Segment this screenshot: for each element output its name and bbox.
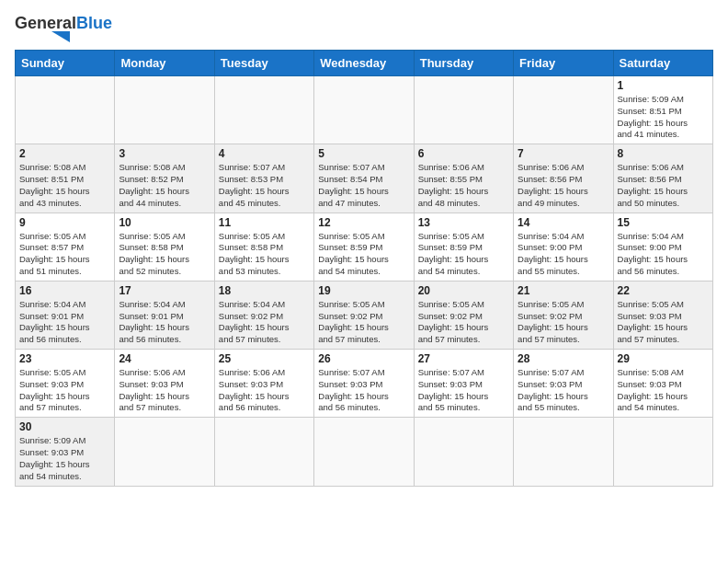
- calendar-cell: 15Sunrise: 5:04 AM Sunset: 9:00 PM Dayli…: [613, 213, 712, 281]
- calendar-cell: [414, 418, 513, 486]
- day-number: 22: [618, 284, 709, 297]
- day-number: 21: [518, 284, 609, 297]
- day-info: Sunrise: 5:08 AM Sunset: 9:03 PM Dayligh…: [618, 367, 709, 414]
- day-number: 1: [618, 79, 709, 92]
- day-number: 28: [518, 352, 609, 365]
- calendar-cell: 3Sunrise: 5:08 AM Sunset: 8:52 PM Daylig…: [115, 144, 214, 213]
- day-number: 11: [219, 216, 310, 229]
- day-number: 9: [19, 216, 110, 229]
- day-info: Sunrise: 5:05 AM Sunset: 9:02 PM Dayligh…: [418, 299, 509, 346]
- calendar-cell: 2Sunrise: 5:08 AM Sunset: 8:51 PM Daylig…: [16, 144, 115, 213]
- day-number: 29: [618, 352, 709, 365]
- calendar-cell: [613, 418, 712, 486]
- day-info: Sunrise: 5:09 AM Sunset: 8:51 PM Dayligh…: [618, 94, 709, 141]
- weekday-header-friday: Friday: [514, 51, 613, 76]
- day-number: 15: [618, 216, 709, 229]
- day-info: Sunrise: 5:06 AM Sunset: 8:56 PM Dayligh…: [618, 162, 709, 209]
- day-number: 6: [418, 147, 509, 160]
- day-number: 30: [19, 420, 110, 433]
- day-number: 27: [418, 352, 509, 365]
- calendar-cell: 9Sunrise: 5:05 AM Sunset: 8:57 PM Daylig…: [16, 213, 115, 281]
- calendar-cell: [414, 76, 513, 144]
- calendar-cell: 30Sunrise: 5:09 AM Sunset: 9:03 PM Dayli…: [16, 418, 115, 486]
- calendar-cell: [214, 418, 313, 486]
- calendar-cell: 23Sunrise: 5:05 AM Sunset: 9:03 PM Dayli…: [16, 350, 115, 418]
- day-number: 4: [219, 147, 310, 160]
- day-number: 10: [119, 216, 210, 229]
- calendar-cell: 18Sunrise: 5:04 AM Sunset: 9:02 PM Dayli…: [214, 281, 313, 349]
- day-info: Sunrise: 5:06 AM Sunset: 9:03 PM Dayligh…: [119, 367, 210, 414]
- day-number: 8: [618, 147, 709, 160]
- day-number: 25: [219, 352, 310, 365]
- week-row-1: 1Sunrise: 5:09 AM Sunset: 8:51 PM Daylig…: [16, 76, 713, 144]
- day-info: Sunrise: 5:05 AM Sunset: 9:02 PM Dayligh…: [518, 299, 609, 346]
- day-info: Sunrise: 5:06 AM Sunset: 8:56 PM Dayligh…: [518, 162, 609, 209]
- day-info: Sunrise: 5:05 AM Sunset: 8:58 PM Dayligh…: [119, 231, 210, 278]
- day-number: 16: [19, 284, 110, 297]
- calendar-cell: 13Sunrise: 5:05 AM Sunset: 8:59 PM Dayli…: [414, 213, 513, 281]
- calendar-cell: [314, 76, 414, 144]
- calendar-cell: [514, 418, 613, 486]
- calendar-cell: 25Sunrise: 5:06 AM Sunset: 9:03 PM Dayli…: [214, 350, 313, 418]
- day-info: Sunrise: 5:05 AM Sunset: 9:03 PM Dayligh…: [618, 299, 709, 346]
- day-info: Sunrise: 5:07 AM Sunset: 8:53 PM Dayligh…: [219, 162, 310, 209]
- calendar-cell: 14Sunrise: 5:04 AM Sunset: 9:00 PM Dayli…: [514, 213, 613, 281]
- calendar-table: SundayMondayTuesdayWednesdayThursdayFrid…: [15, 50, 713, 487]
- day-info: Sunrise: 5:07 AM Sunset: 9:03 PM Dayligh…: [318, 367, 409, 414]
- calendar-cell: 17Sunrise: 5:04 AM Sunset: 9:01 PM Dayli…: [115, 281, 214, 349]
- day-number: 24: [119, 352, 210, 365]
- calendar-cell: 22Sunrise: 5:05 AM Sunset: 9:03 PM Dayli…: [613, 281, 712, 349]
- day-info: Sunrise: 5:08 AM Sunset: 8:51 PM Dayligh…: [19, 162, 110, 209]
- calendar-cell: 29Sunrise: 5:08 AM Sunset: 9:03 PM Dayli…: [613, 350, 712, 418]
- calendar-cell: [115, 76, 214, 144]
- calendar-cell: [514, 76, 613, 144]
- day-number: 23: [19, 352, 110, 365]
- calendar-cell: 27Sunrise: 5:07 AM Sunset: 9:03 PM Dayli…: [414, 350, 513, 418]
- logo-blue-text: Blue: [76, 15, 112, 31]
- day-number: 26: [318, 352, 409, 365]
- calendar-cell: 28Sunrise: 5:07 AM Sunset: 9:03 PM Dayli…: [514, 350, 613, 418]
- day-number: 2: [19, 147, 110, 160]
- week-row-5: 23Sunrise: 5:05 AM Sunset: 9:03 PM Dayli…: [16, 350, 713, 418]
- day-number: 5: [318, 147, 409, 160]
- day-info: Sunrise: 5:04 AM Sunset: 9:01 PM Dayligh…: [119, 299, 210, 346]
- calendar-cell: [214, 76, 313, 144]
- day-info: Sunrise: 5:04 AM Sunset: 9:00 PM Dayligh…: [618, 231, 709, 278]
- day-info: Sunrise: 5:07 AM Sunset: 8:54 PM Dayligh…: [318, 162, 409, 209]
- day-info: Sunrise: 5:07 AM Sunset: 9:03 PM Dayligh…: [418, 367, 509, 414]
- weekday-header-thursday: Thursday: [414, 51, 513, 76]
- day-info: Sunrise: 5:04 AM Sunset: 9:02 PM Dayligh…: [219, 299, 310, 346]
- calendar-cell: 16Sunrise: 5:04 AM Sunset: 9:01 PM Dayli…: [16, 281, 115, 349]
- day-info: Sunrise: 5:05 AM Sunset: 8:57 PM Dayligh…: [19, 231, 110, 278]
- calendar-cell: 5Sunrise: 5:07 AM Sunset: 8:54 PM Daylig…: [314, 144, 414, 213]
- day-info: Sunrise: 5:05 AM Sunset: 8:58 PM Dayligh…: [219, 231, 310, 278]
- header: General Blue: [15, 15, 713, 42]
- calendar-cell: 19Sunrise: 5:05 AM Sunset: 9:02 PM Dayli…: [314, 281, 414, 349]
- week-row-6: 30Sunrise: 5:09 AM Sunset: 9:03 PM Dayli…: [16, 418, 713, 486]
- day-number: 18: [219, 284, 310, 297]
- calendar-cell: [16, 76, 115, 144]
- day-number: 19: [318, 284, 409, 297]
- day-number: 14: [518, 216, 609, 229]
- calendar-cell: 8Sunrise: 5:06 AM Sunset: 8:56 PM Daylig…: [613, 144, 712, 213]
- day-info: Sunrise: 5:06 AM Sunset: 9:03 PM Dayligh…: [219, 367, 310, 414]
- calendar-cell: 11Sunrise: 5:05 AM Sunset: 8:58 PM Dayli…: [214, 213, 313, 281]
- calendar-cell: 4Sunrise: 5:07 AM Sunset: 8:53 PM Daylig…: [214, 144, 313, 213]
- day-info: Sunrise: 5:05 AM Sunset: 9:03 PM Dayligh…: [19, 367, 110, 414]
- day-info: Sunrise: 5:08 AM Sunset: 8:52 PM Dayligh…: [119, 162, 210, 209]
- day-info: Sunrise: 5:04 AM Sunset: 9:01 PM Dayligh…: [19, 299, 110, 346]
- weekday-header-saturday: Saturday: [613, 51, 712, 76]
- day-info: Sunrise: 5:05 AM Sunset: 8:59 PM Dayligh…: [418, 231, 509, 278]
- weekday-header-wednesday: Wednesday: [314, 51, 414, 76]
- svg-marker-0: [51, 31, 70, 42]
- logo-general-text: General: [15, 15, 76, 31]
- day-info: Sunrise: 5:05 AM Sunset: 8:59 PM Dayligh…: [318, 231, 409, 278]
- week-row-2: 2Sunrise: 5:08 AM Sunset: 8:51 PM Daylig…: [16, 144, 713, 213]
- calendar-cell: [115, 418, 214, 486]
- day-info: Sunrise: 5:05 AM Sunset: 9:02 PM Dayligh…: [318, 299, 409, 346]
- day-info: Sunrise: 5:04 AM Sunset: 9:00 PM Dayligh…: [518, 231, 609, 278]
- calendar-cell: 20Sunrise: 5:05 AM Sunset: 9:02 PM Dayli…: [414, 281, 513, 349]
- weekday-header-tuesday: Tuesday: [214, 51, 313, 76]
- calendar-cell: 6Sunrise: 5:06 AM Sunset: 8:55 PM Daylig…: [414, 144, 513, 213]
- calendar-cell: 21Sunrise: 5:05 AM Sunset: 9:02 PM Dayli…: [514, 281, 613, 349]
